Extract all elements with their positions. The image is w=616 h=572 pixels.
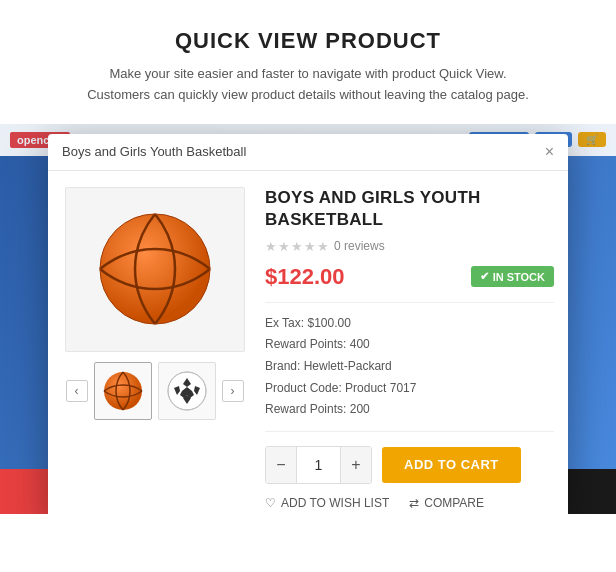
top-section: QUICK VIEW PRODUCT Make your site easier… [0,0,616,124]
thumbnails-row: ‹ [62,362,247,420]
heart-icon: ♡ [265,496,276,510]
check-icon: ✔ [480,270,489,283]
thumb-prev-button[interactable]: ‹ [66,380,88,402]
star-rating: ★ ★ ★ ★ ★ [265,239,329,254]
thumbnail-soccerball[interactable] [158,362,216,420]
add-to-wishlist-button[interactable]: ♡ ADD TO WISH LIST [265,496,389,510]
svg-point-0 [100,214,210,324]
product-images-section: ‹ [62,187,247,510]
star-2: ★ [278,239,290,254]
quick-view-modal: Boys and Girls Youth Basketball × [48,134,568,514]
thumb-soccer-icon [166,370,208,412]
detail-ex-tax: Ex Tax: $100.00 [265,313,554,335]
page-title: QUICK VIEW PRODUCT [40,28,576,54]
detail-reward-points-top: Reward Points: 400 [265,334,554,356]
product-price: $122.00 [265,264,345,290]
quantity-control: − + [265,446,372,484]
add-to-cart-button[interactable]: ADD TO CART [382,447,521,483]
compare-icon: ⇄ [409,496,419,510]
modal-title: Boys and Girls Youth Basketball [62,144,246,159]
actions-row: − + ADD TO CART [265,446,554,484]
detail-reward-points-bottom: Reward Points: 200 [265,399,554,421]
quantity-increase-button[interactable]: + [341,447,371,483]
secondary-actions: ♡ ADD TO WISH LIST ⇄ COMPARE [265,496,554,510]
quantity-input[interactable] [296,447,341,483]
detail-product-code: Product Code: Product 7017 [265,378,554,400]
star-4: ★ [304,239,316,254]
star-3: ★ [291,239,303,254]
compare-button[interactable]: ⇄ COMPARE [409,496,484,510]
main-product-image [65,187,245,352]
thumb-basketball-icon [102,370,144,412]
modal-header: Boys and Girls Youth Basketball × [48,134,568,171]
svg-point-2 [104,372,142,410]
product-info-section: BOYS AND GIRLS YOUTH BASKETBALL ★ ★ ★ ★ … [265,187,554,510]
detail-brand: Brand: Hewlett-Packard [265,356,554,378]
price-row: $122.00 ✔ IN STOCK [265,264,554,290]
star-5: ★ [317,239,329,254]
product-details: Ex Tax: $100.00 Reward Points: 400 Brand… [265,302,554,432]
reviews-count: 0 reviews [334,239,385,253]
cart-pill[interactable]: 🛒 [578,132,606,147]
in-stock-badge: ✔ IN STOCK [471,266,554,287]
thumbnail-basketball[interactable] [94,362,152,420]
star-1: ★ [265,239,277,254]
description: Make your site easier and faster to navi… [40,64,576,106]
modal-close-button[interactable]: × [545,144,554,160]
modal-body: ‹ [48,171,568,514]
stars-row: ★ ★ ★ ★ ★ 0 reviews [265,239,554,254]
product-name: BOYS AND GIRLS YOUTH BASKETBALL [265,187,554,231]
thumb-next-button[interactable]: › [222,380,244,402]
store-background: opencart ENGLISH USD 🛒 Boys and Girls Yo… [0,124,616,514]
quantity-decrease-button[interactable]: − [266,447,296,483]
basketball-icon [95,209,215,329]
